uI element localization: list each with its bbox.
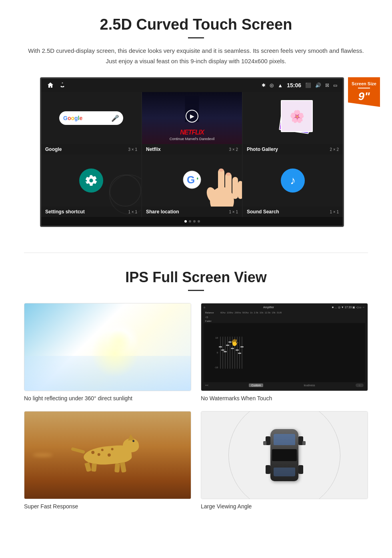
feature-fast-response: Super Fast Response [24,411,191,510]
svg-point-1 [63,86,64,87]
amplifier-image: ⌂ Amplifier ■ … ◎ ▼ 17:33 ▣ ◁ ▭ ← Balanc… [201,303,368,391]
tile-sound-search[interactable]: ♪ Sound Search 1 × 1 [243,155,343,217]
section2-divider [188,290,204,291]
window-icon: ▭ [333,83,337,88]
section-divider [24,253,368,253]
feature-viewing-angle: Large Viewing Angle [201,411,368,510]
svg-text:G: G [187,174,195,186]
badge-label: Screen Size [351,81,377,86]
hand-pointer-icon [198,155,242,207]
netflix-app-size: 3 × 2 [229,147,238,152]
settings-icon [79,169,103,193]
home-icon [47,82,54,89]
section-curved-touch: 2.5D Curved Touch Screen With 2.5D curve… [0,0,392,241]
status-right: ✱ ◎ ▲ 15:06 ⬛ 🔊 ☒ ▭ [262,82,337,88]
usb-icon [59,82,66,89]
tile-gallery-label: Photo Gallery 2 × 2 [243,144,343,155]
google-app-size: 3 × 1 [128,147,137,152]
dot-2 [189,220,191,223]
gallery-app-name: Photo Gallery [247,147,278,152]
amp-home-icon: ⌂ [204,306,205,309]
gallery-app-size: 2 × 2 [330,147,339,152]
svg-point-11 [219,169,224,172]
badge-size: 9" [351,90,377,103]
tile-google[interactable]: Google 🎤 Google 3 × 1 [41,92,141,155]
tile-netflix-label: Netflix 3 × 2 [142,144,242,155]
fast-response-label: Super Fast Response [24,503,191,510]
status-left [47,82,66,89]
bluetooth-icon: ✱ [262,82,266,88]
status-time: 15:06 [287,82,301,88]
close-icon: ☒ [325,83,329,88]
tile-sound-label: Sound Search 1 × 1 [243,207,343,217]
dot-4 [198,220,200,223]
cheetah-visual [24,411,191,499]
section-ips: IPS Full Screen View No light reflecting… [0,265,392,526]
share-app-size: 1 × 1 [229,210,238,214]
dot-1 [184,220,187,223]
svg-rect-7 [225,173,232,197]
pagination-dots [41,217,343,226]
google-app-name: Google [45,147,62,152]
tile-netflix[interactable]: ▶ NETFLIX Continue Marvel's Daredevil Ne… [142,92,242,155]
screen-size-badge: Screen Size 9" [348,77,380,107]
dot-3 [193,220,196,223]
tile-google-label: Google 3 × 1 [41,144,141,155]
section2-title: IPS Full Screen View [24,269,368,286]
sound-app-size: 1 × 1 [330,210,339,214]
share-app-name: Share location [146,209,179,215]
badge-divider [358,88,370,88]
section1-description: With 2.5D curved-display screen, this de… [24,46,368,66]
amp-title: Amplifier [263,306,274,309]
volume-icon: 🔊 [315,82,321,88]
device-wrapper: ✱ ◎ ▲ 15:06 ⬛ 🔊 ☒ ▭ [40,77,352,227]
amp-visual: ⌂ Amplifier ■ … ◎ ▼ 17:33 ▣ ◁ ▭ ← Balanc… [201,303,368,391]
wifi-icon: ▲ [278,82,283,88]
camera-icon: ⬛ [305,82,311,88]
device-screen: ✱ ◎ ▲ 15:06 ⬛ 🔊 ☒ ▭ [40,77,344,227]
svg-rect-9 [238,181,242,199]
netflix-logo: NETFLIX [145,129,239,136]
netflix-app-name: Netflix [146,147,161,152]
sky-visual [24,303,191,391]
google-logo: Google [63,115,82,121]
feature-watermark: ⌂ Amplifier ■ … ◎ ▼ 17:33 ▣ ◁ ▭ ← Balanc… [201,303,368,401]
svg-rect-8 [232,177,238,199]
section1-title: 2.5D Curved Touch Screen [24,16,368,33]
google-search-box[interactable]: Google 🎤 [59,111,123,125]
feature-sunlight: No light reflecting under 360° direct su… [24,303,191,401]
sound-search-icon: ♪ [281,169,305,193]
sunlight-label: No light reflecting under 360° direct su… [24,395,191,401]
tile-settings[interactable]: Settings shortcut 1 × 1 [41,155,141,217]
svg-rect-6 [218,169,224,195]
tile-gallery[interactable]: 🌸 Photo Gallery 2 × 2 [243,92,343,155]
features-grid: No light reflecting under 360° direct su… [24,303,368,510]
netflix-play-button[interactable]: ▶ [186,110,198,122]
tile-share-label: Share location 1 × 1 [142,207,242,217]
settings-app-name: Settings shortcut [45,209,85,215]
watermark-label: No Watermarks When Touch [201,395,368,401]
netflix-subtitle: Continue Marvel's Daredevil [145,137,239,141]
sound-app-name: Sound Search [247,209,279,215]
location-icon: ◎ [270,82,274,88]
app-grid-row2: Settings shortcut 1 × 1 G [41,155,343,217]
svg-point-0 [61,86,62,87]
status-bar: ✱ ◎ ▲ 15:06 ⬛ 🔊 ☒ ▭ [41,78,343,92]
cheetah-image [24,411,191,499]
amp-header: ⌂ Amplifier ■ … ◎ ▼ 17:33 ▣ ◁ ▭ ← [204,306,365,309]
amp-icons: ■ … ◎ ▼ 17:33 ▣ ◁ ▭ ← [332,306,365,309]
car-image [201,411,368,499]
mic-icon[interactable]: 🎤 [111,114,119,122]
svg-point-12 [226,173,231,176]
viewing-angle-label: Large Viewing Angle [201,503,368,510]
tile-share-location[interactable]: G [142,155,242,217]
section1-divider [188,37,204,38]
app-grid-row1: Google 🎤 Google 3 × 1 [41,92,343,155]
sunlight-image [24,303,191,391]
car-visual [201,411,368,499]
